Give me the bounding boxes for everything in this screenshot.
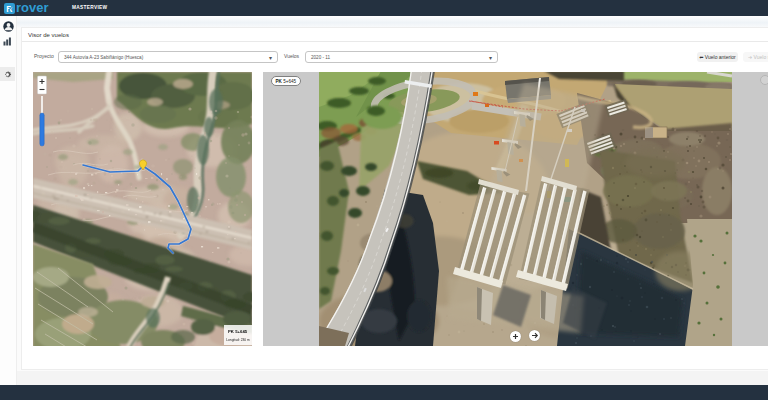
svg-text:PK 5+645: PK 5+645 [228, 329, 248, 334]
svg-text:Longitud: 230 m: Longitud: 230 m [226, 338, 250, 342]
